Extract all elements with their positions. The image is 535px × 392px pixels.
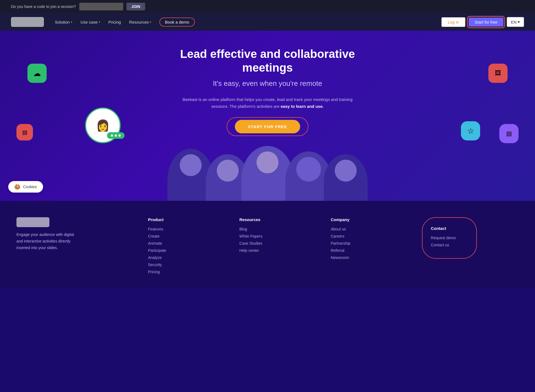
cta-wrapper: START FOR FREE: [235, 120, 300, 133]
person-head: [217, 160, 239, 182]
nav-pricing[interactable]: Pricing: [108, 20, 121, 24]
person-head: [335, 160, 357, 182]
login-button[interactable]: Log in: [441, 17, 465, 27]
footer-link-participate[interactable]: Participate: [148, 248, 228, 253]
footer-contact-title: Contact: [431, 226, 468, 231]
contact-box: Contact Request demo Contact us: [422, 217, 477, 259]
people-row: [0, 140, 535, 201]
board-icon: 🖼: [488, 64, 508, 83]
footer-link-features[interactable]: Features: [148, 227, 228, 231]
footer-link-animate[interactable]: Animate: [148, 241, 228, 246]
hero-subheadline: It's easy, even when you're remote: [213, 79, 322, 88]
footer-link-create[interactable]: Create: [148, 234, 228, 238]
footer-company-title: Company: [331, 217, 411, 222]
poll-icon: ▤: [16, 124, 33, 140]
nav-solution[interactable]: Solution ▾: [55, 20, 72, 24]
person-silhouette: [324, 154, 368, 201]
footer-link-newsroom[interactable]: Newsroom: [331, 255, 411, 260]
footer-resources-title: Resources: [239, 217, 320, 222]
nav-links: Solution ▾ Use case ▾ Pricing Resources …: [55, 18, 441, 27]
footer-resources-col: Resources Blog White Papers Case Studies…: [239, 217, 320, 277]
footer-link-partnership[interactable]: Partnership: [331, 241, 411, 246]
navbar: Solution ▾ Use case ▾ Pricing Resources …: [0, 13, 535, 31]
chat-bubble: [107, 132, 125, 139]
footer-logo[interactable]: [16, 217, 49, 227]
footer-link-pricing[interactable]: Pricing: [148, 270, 228, 274]
hero-headline: Lead effective and collaborative meeting…: [171, 47, 364, 75]
chevron-down-icon: ▾: [150, 21, 151, 24]
footer-link-contactus[interactable]: Contact us: [431, 243, 468, 247]
language-selector[interactable]: EN ▾: [507, 17, 524, 27]
star-icon: ☆: [461, 121, 480, 140]
session-code-input[interactable]: [79, 3, 123, 10]
footer-link-casestudies[interactable]: Case Studies: [239, 241, 320, 246]
cookie-icon: 🍪: [14, 184, 20, 190]
cloud-icon: ☁: [27, 64, 47, 83]
chevron-down-icon: ▾: [71, 21, 72, 24]
chevron-down-icon: ▾: [99, 21, 100, 24]
footer-link-whitepapers[interactable]: White Papers: [239, 234, 320, 238]
nav-resources[interactable]: Resources ▾: [129, 20, 151, 24]
footer-product-title: Product: [148, 217, 228, 222]
footer-link-requestdemo[interactable]: Request demo: [431, 236, 468, 240]
footer-company-col: Company About us Careers Partnership Ref…: [331, 217, 411, 277]
start-free-hero-button[interactable]: START FOR FREE: [235, 120, 300, 133]
footer-tagline: Engage your audience with digital and in…: [16, 232, 77, 251]
nav-book-demo[interactable]: Book a demo: [159, 18, 195, 27]
logo[interactable]: [11, 17, 44, 27]
person-head: [180, 154, 202, 176]
chat-dot: [119, 134, 121, 137]
hero-section: ☁ 🖼 ▤ ☆ ▤ Lead effective and collaborati…: [0, 31, 535, 201]
join-button[interactable]: JOIN: [126, 3, 145, 10]
cookie-bar[interactable]: 🍪 Cookies: [8, 181, 43, 193]
nav-usecase[interactable]: Use case ▾: [80, 20, 100, 24]
chevron-down-icon: ▾: [518, 19, 520, 24]
start-free-nav-button[interactable]: Start for free: [469, 18, 503, 27]
footer-link-blog[interactable]: Blog: [239, 227, 320, 231]
footer-product-col: Product Features Create Animate Particip…: [148, 217, 228, 277]
footer-link-referral[interactable]: Referral: [331, 248, 411, 253]
nav-right: Log in Start for free EN ▾: [441, 17, 524, 27]
footer-brand: Engage your audience with digital and in…: [16, 217, 137, 277]
person-head: [296, 157, 321, 182]
session-prompt-text: Do you have a code to join a session?: [11, 4, 76, 9]
footer-link-security[interactable]: Security: [148, 263, 228, 267]
person-head: [257, 151, 278, 173]
chat-dot: [115, 134, 117, 137]
footer-link-helpcenter[interactable]: Help center: [239, 248, 320, 253]
top-bar: Do you have a code to join a session? JO…: [0, 0, 535, 13]
cookie-label: Cookies: [23, 185, 37, 189]
hero-description: Beekast is an online platform that helps…: [182, 96, 353, 110]
footer-link-careers[interactable]: Careers: [331, 234, 411, 238]
chat-dot: [111, 134, 113, 137]
footer: Engage your audience with digital and in…: [0, 201, 535, 288]
footer-contact-col: Contact Request demo Contact us: [422, 217, 519, 277]
footer-link-aboutus[interactable]: About us: [331, 227, 411, 231]
footer-link-analyze[interactable]: Analyze: [148, 255, 228, 260]
